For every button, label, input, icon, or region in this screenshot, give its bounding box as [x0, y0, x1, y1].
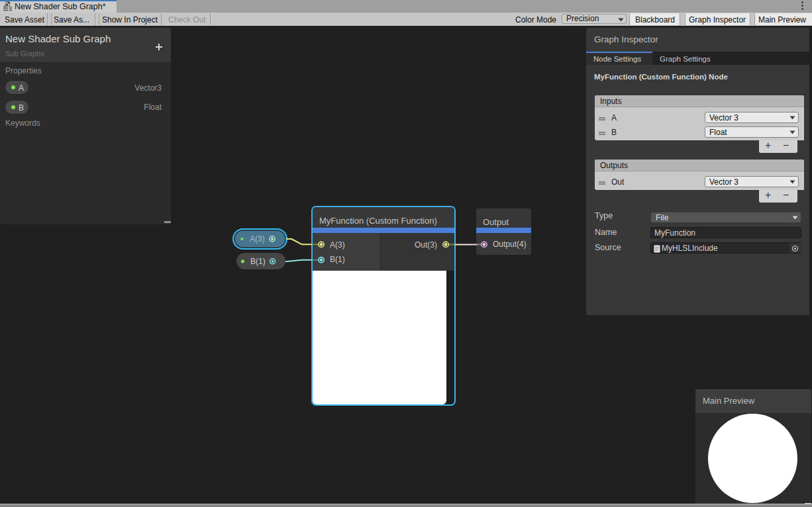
svg-text:B(1): B(1) [250, 257, 266, 266]
svg-text:A(3): A(3) [250, 234, 265, 244]
